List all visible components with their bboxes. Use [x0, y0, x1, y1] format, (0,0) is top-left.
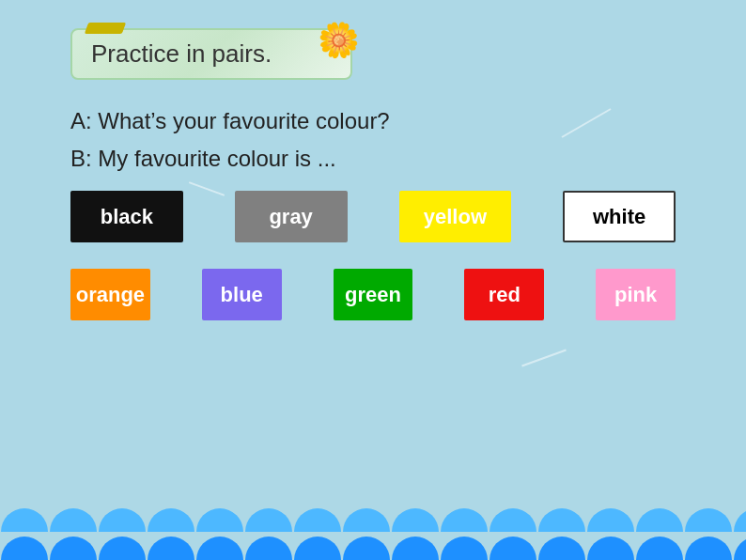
wave-circle	[636, 508, 683, 532]
wave-circle	[148, 508, 194, 532]
wave-circle	[343, 537, 390, 560]
wave-circle	[294, 508, 341, 532]
color-box-gray[interactable]: gray	[235, 191, 348, 242]
title-text: Practice in pairs.	[91, 39, 272, 68]
color-row-1: blackgrayyellowwhite	[70, 191, 676, 242]
color-row-2: orangebluegreenredpink	[70, 269, 676, 320]
wave-row-1	[0, 508, 746, 532]
wave-row-2	[0, 537, 746, 560]
wave-circle	[245, 537, 292, 560]
color-box-yellow[interactable]: yellow	[399, 191, 512, 242]
wave-circle	[734, 537, 746, 560]
flower-icon: 🌼	[318, 21, 360, 60]
color-box-pink[interactable]: pink	[596, 269, 676, 320]
question-a: A: What’s your favourite colour?	[70, 108, 676, 134]
wave-decoration	[0, 485, 746, 560]
color-box-white[interactable]: white	[563, 191, 676, 242]
title-banner: Practice in pairs. 🌼	[70, 28, 352, 80]
wave-circle	[196, 508, 243, 532]
wave-circle	[50, 537, 97, 560]
color-box-orange[interactable]: orange	[70, 269, 150, 320]
wave-circle	[294, 537, 341, 560]
color-box-green[interactable]: green	[334, 269, 413, 320]
color-box-red[interactable]: red	[464, 269, 544, 320]
wave-circle	[685, 508, 732, 532]
color-box-black[interactable]: black	[70, 191, 183, 242]
wave-circle	[50, 508, 97, 532]
wave-circle	[392, 537, 439, 560]
wave-circle	[392, 508, 439, 532]
wave-circle	[99, 537, 146, 560]
wave-circle	[734, 508, 746, 532]
wave-circle	[538, 508, 585, 532]
wave-circle	[441, 537, 488, 560]
deco-line-2	[521, 350, 567, 367]
wave-circle	[490, 508, 536, 532]
main-content: Practice in pairs. 🌼 A: What’s your favo…	[0, 0, 746, 320]
wave-circle	[1, 537, 48, 560]
wave-circle	[1, 508, 48, 532]
question-b: B: My favourite colour is ...	[70, 146, 676, 172]
wave-circle	[245, 508, 292, 532]
color-box-blue[interactable]: blue	[202, 269, 282, 320]
wave-circle	[685, 537, 732, 560]
wave-circle	[587, 537, 634, 560]
wave-circle	[196, 537, 243, 560]
wave-circle	[587, 508, 634, 532]
wave-circle	[538, 537, 585, 560]
wave-circle	[343, 508, 390, 532]
wave-circle	[148, 537, 194, 560]
wave-circle	[99, 508, 146, 532]
wave-circle	[441, 508, 488, 532]
wave-circle	[636, 537, 683, 560]
wave-circle	[490, 537, 536, 560]
